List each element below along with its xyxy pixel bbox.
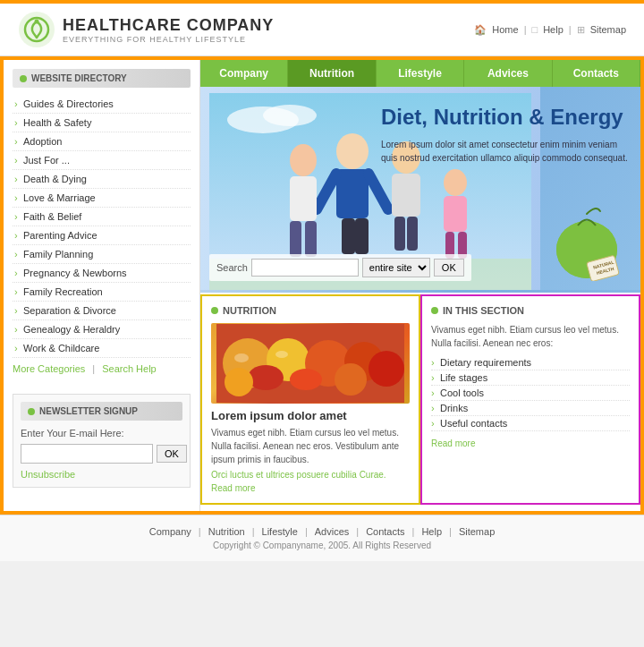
hero-description: Lorem ipsum dolor sit amet consectetur e… [381,138,631,165]
sidebar-link-item: Guides & Directories [13,95,191,114]
svg-point-40 [275,351,288,358]
nav-item-nutrition[interactable]: Nutrition [288,60,376,87]
footer-nav-item-help[interactable]: Help [421,526,442,537]
nutrition-article-title: Lorem ipsum dolor amet [211,409,410,422]
sidebar-link-item: Health & Safety [13,114,191,132]
search-scope-select[interactable]: entire site [362,258,430,277]
in-section-read-more[interactable]: Read more [431,438,475,448]
unsubscribe-link[interactable]: Unsubscribe [21,469,182,480]
in-section-link[interactable]: Drinks [440,403,468,413]
nutrition-image [211,323,410,404]
sidebar-link[interactable]: Just For ... [13,151,191,169]
sidebar-link-item: Adoption [13,132,191,151]
in-section-link-item: Life stages [431,370,630,386]
footer-nav-item-contacts[interactable]: Contacts [366,526,404,537]
apple-badge: NATURAL HEALTH [551,200,623,281]
newsletter-row: OK [21,444,182,464]
sidebar-link[interactable]: Pregnancy & Newborns [13,264,191,282]
apple-svg: NATURAL HEALTH [551,200,623,281]
nav-sitemap-link[interactable]: Sitemap [590,24,626,35]
svg-point-1 [35,20,39,24]
svg-rect-14 [305,221,317,257]
newsletter-section: NEWSLETTER SIGNUP Enter Your E-mail Here… [13,394,191,488]
newsletter-ok-button[interactable]: OK [157,445,187,463]
newsletter-input[interactable] [21,444,153,464]
sidebar-link[interactable]: Death & Dying [13,170,191,188]
footer-nav-item-sitemap[interactable]: Sitemap [459,526,495,537]
sidebar-link[interactable]: Family Planning [13,245,191,263]
search-help-link[interactable]: Search Help [102,363,157,374]
in-section-links: Dietary requirementsLife stagesCool tool… [431,355,630,431]
sidebar-link-item: Separation & Divorce [13,302,191,320]
sidebar-link[interactable]: Work & Childcare [13,339,191,357]
svg-point-5 [336,133,369,169]
nav-help-link[interactable]: Help [543,24,564,35]
bottom-sections: NUTRITION [200,293,640,505]
hero-text: Diet, Nutrition & Energy Lorem ipsum dol… [381,105,631,165]
svg-rect-10 [355,218,369,254]
nutrition-header: NUTRITION [211,305,410,316]
nav-item-lifestyle[interactable]: Lifestyle [377,60,464,87]
more-categories-link[interactable]: More Categories [13,363,85,374]
sidebar-link-item: Genealogy & Heraldry [13,320,191,339]
sidebar-link-item: Love & Marriage [13,189,191,208]
directory-title: WEBSITE DIRECTORY [13,69,191,88]
directory-dot [20,75,27,82]
svg-rect-16 [392,174,420,217]
sidebar-extra: More Categories | Search Help [13,358,191,379]
header-nav: 🏠 Home | □ Help | ⊞ Sitemap [474,24,626,36]
svg-point-39 [234,353,249,362]
nutrition-article-link[interactable]: Orci luctus et ultrices posuere cubilia … [211,470,410,480]
nutrition-read-more[interactable]: Read more [211,483,255,493]
svg-rect-12 [290,176,317,221]
svg-point-36 [225,368,253,396]
sidebar-link[interactable]: Guides & Directories [13,95,191,113]
sidebar-link-item: Just For ... [13,151,191,170]
footer-nav-item-advices[interactable]: Advices [315,526,350,537]
sidebar-link[interactable]: Adoption [13,132,191,150]
nav-bar: CompanyNutritionLifestyleAdvicesContacts [200,60,640,87]
sidebar-link-item: Pregnancy & Newborns [13,264,191,283]
sidebar-link-item: Family Recreation [13,283,191,302]
sidebar-link[interactable]: Family Recreation [13,283,191,301]
sidebar-link[interactable]: Parenting Advice [13,226,191,244]
search-button[interactable]: OK [434,259,464,277]
logo-subtitle: EVERYTHING FOR HEALTHY LIFESTYLE [63,35,274,44]
svg-point-4 [263,105,317,126]
in-section-link[interactable]: Cool tools [440,387,484,398]
svg-point-38 [369,351,404,387]
sidebar-link[interactable]: Separation & Divorce [13,302,191,319]
nav-item-advices[interactable]: Advices [464,60,552,87]
nutrition-dot [211,307,218,314]
search-input[interactable] [251,259,359,277]
newsletter-label: Enter Your E-mail Here: [21,428,182,438]
nutrition-section: NUTRITION [200,294,420,505]
svg-point-35 [290,369,322,390]
sidebar-link-item: Family Planning [13,245,191,264]
sidebar-link[interactable]: Genealogy & Heraldry [13,320,191,338]
footer-nav-item-nutrition[interactable]: Nutrition [208,526,245,537]
in-section-link[interactable]: Life stages [440,372,487,383]
nav-item-company[interactable]: Company [200,60,288,87]
sidebar-link-item: Death & Dying [13,170,191,189]
footer-nav-item-lifestyle[interactable]: Lifestyle [262,526,298,537]
svg-point-19 [444,169,467,196]
svg-point-34 [248,365,284,390]
hero-search: Search entire site OK [209,254,471,281]
sidebar-link[interactable]: Love & Marriage [13,189,191,207]
sidebar-links: Guides & DirectoriesHealth & SafetyAdopt… [13,95,191,358]
footer: Company|Nutrition|Lifestyle|Advices|Cont… [0,515,644,561]
logo-text: HEALTHCARE COMPANY EVERYTHING FOR HEALTH… [63,16,274,44]
sidebar-link-item: Work & Childcare [13,339,191,358]
in-section-link[interactable]: Useful contacts [440,418,507,429]
sidebar-link[interactable]: Health & Safety [13,114,191,132]
sidebar-link[interactable]: Faith & Belief [13,208,191,226]
footer-nav-item-company[interactable]: Company [149,526,191,537]
in-this-section: IN THIS SECTION Vivamus eget nibh. Etiam… [420,294,640,505]
fruits-svg [216,324,404,403]
nav-item-contacts[interactable]: Contacts [553,60,640,87]
in-section-link[interactable]: Dietary requirements [440,357,531,368]
newsletter-dot [28,408,35,415]
svg-point-37 [335,363,367,396]
nav-home-link[interactable]: Home [492,24,518,35]
